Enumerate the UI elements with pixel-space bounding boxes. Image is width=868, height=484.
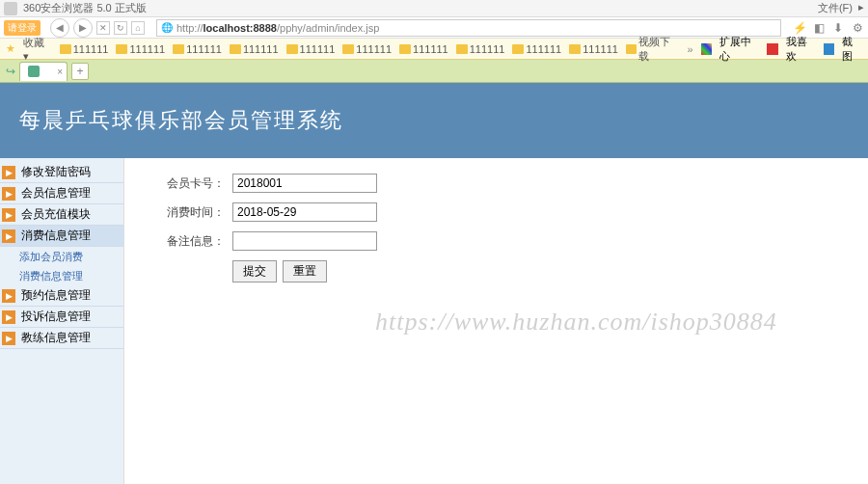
url-bar[interactable]: 🌐 http://localhost:8888/pphy/admin/index… [156, 19, 781, 37]
folder-icon [230, 44, 241, 54]
url-text: http://localhost:8888/pphy/admin/index.j… [176, 22, 379, 34]
tab-icon [28, 66, 40, 77]
wo-xihuan[interactable]: 我喜欢 [786, 35, 816, 64]
back-button[interactable]: ◀ [50, 18, 69, 38]
reset-button[interactable]: 重置 [283, 260, 327, 282]
folder-icon [342, 44, 354, 54]
sidebar-item-recharge[interactable]: ▶会员充值模块 [0, 204, 123, 226]
skin-icon[interactable]: ◧ [812, 21, 826, 35]
bookmark-bar: ★ 收藏 ▾ 111111 111111 111111 111111 11111… [0, 39, 868, 60]
browser-title: 360安全浏览器 5.0 正式版 [23, 1, 818, 15]
avatar-icon [4, 2, 17, 15]
sidebar-item-coach[interactable]: ▶教练信息管理 [0, 328, 123, 349]
app-body: ▶修改登陆密码 ▶会员信息管理 ▶会员充值模块 ▶消费信息管理 添加会员消费 消… [0, 158, 868, 484]
screenshot-label[interactable]: 截图 [842, 35, 862, 64]
sidebar-item-member-info[interactable]: ▶会员信息管理 [0, 183, 123, 204]
folder-icon [512, 44, 524, 54]
settings-icon[interactable]: ⚙ [851, 21, 864, 35]
ext-center-icon [701, 43, 712, 55]
bookmark-folder[interactable]: 111111 [342, 43, 392, 55]
folder-icon [173, 44, 184, 54]
chevron-right-icon[interactable]: » [687, 43, 692, 55]
time-input[interactable] [232, 202, 377, 222]
star-icon[interactable]: ★ [6, 42, 15, 55]
heart-icon [767, 43, 777, 55]
sidebar-item-consume[interactable]: ▶消费信息管理 [0, 226, 123, 247]
main-content: 会员卡号： 消费时间： 备注信息： 提交 重置 https://www.huzh… [123, 158, 868, 484]
browser-title-bar: 360安全浏览器 5.0 正式版 文件(F) ▸ [0, 0, 868, 17]
note-input[interactable] [232, 231, 377, 251]
folder-icon [286, 44, 298, 54]
bookmark-folder[interactable]: 111111 [456, 43, 505, 55]
arrow-icon: ▶ [2, 332, 15, 345]
bookmark-folder[interactable]: 111111 [60, 43, 109, 55]
form-row-time: 消费时间： [148, 202, 845, 222]
flow-icon[interactable]: ↪ [6, 65, 15, 78]
close-icon[interactable]: × [57, 67, 63, 77]
app-title: 每晨乒乓球俱乐部会员管理系统 [19, 106, 343, 135]
favorites-label[interactable]: 收藏 ▾ [23, 36, 52, 63]
time-label: 消费时间： [148, 204, 225, 221]
sidebar-sub-add-consume[interactable]: 添加会员消费 [0, 247, 123, 266]
sidebar-item-booking[interactable]: ▶预约信息管理 [0, 285, 123, 307]
nav-buttons: ◀ ▶ ✕ ↻ ⌂ [50, 18, 145, 38]
card-label: 会员卡号： [148, 175, 225, 192]
stop-button[interactable]: ✕ [96, 21, 110, 35]
arrow-icon: ▶ [2, 310, 15, 324]
flash-icon[interactable]: ⚡ [793, 21, 806, 35]
arrow-icon: ▶ [2, 187, 15, 201]
forward-button[interactable]: ▶ [73, 18, 93, 38]
bookmark-folder[interactable]: 111111 [512, 43, 561, 55]
reload-button[interactable]: ↻ [114, 21, 127, 35]
active-tab[interactable]: × [19, 62, 68, 81]
home-button[interactable]: ⌂ [131, 21, 145, 35]
folder-icon [116, 44, 127, 54]
app-banner: 每晨乒乓球俱乐部会员管理系统 [0, 83, 868, 158]
sidebar-item-password[interactable]: ▶修改登陆密码 [0, 162, 123, 183]
login-badge[interactable]: 请登录 [4, 20, 41, 36]
toolbar-icons: ⚡ ◧ ⬇ ⚙ [793, 21, 864, 35]
arrow-icon: ▶ [2, 208, 15, 222]
bookmark-right-tools: 扩展中心 我喜欢 截图 [701, 35, 862, 64]
new-tab-button[interactable]: + [71, 63, 89, 80]
folder-icon [626, 44, 637, 54]
bookmark-folder[interactable]: 视频下载 [626, 35, 680, 64]
card-input[interactable] [232, 174, 377, 193]
arrow-icon: ▶ [2, 289, 15, 303]
sidebar-item-complaint[interactable]: ▶投诉信息管理 [0, 307, 123, 328]
folder-icon [60, 44, 71, 54]
menu-file[interactable]: 文件(F) [818, 1, 853, 15]
arrow-icon: ▶ [2, 166, 15, 179]
note-label: 备注信息： [148, 233, 225, 250]
arrow-icon: ▶ [2, 229, 15, 243]
menu-more-icon[interactable]: ▸ [858, 1, 864, 15]
tab-bar: ↪ × + [0, 60, 868, 83]
button-row: 提交 重置 [232, 260, 845, 282]
watermark-text: https://www.huzhan.com/ishop30884 [375, 308, 777, 336]
screenshot-icon [824, 43, 834, 55]
download-icon[interactable]: ⬇ [831, 21, 845, 35]
bookmark-folder[interactable]: 111111 [286, 43, 336, 55]
bookmark-folder[interactable]: 111111 [569, 43, 618, 55]
sidebar-sub-consume-manage[interactable]: 消费信息管理 [0, 266, 123, 285]
bookmark-folder[interactable]: 111111 [399, 43, 448, 55]
bookmark-folder[interactable]: 111111 [173, 43, 222, 55]
folder-icon [399, 44, 411, 54]
submit-button[interactable]: 提交 [232, 260, 277, 282]
bookmark-folder[interactable]: 111111 [230, 43, 279, 55]
sidebar: ▶修改登陆密码 ▶会员信息管理 ▶会员充值模块 ▶消费信息管理 添加会员消费 消… [0, 158, 123, 484]
folder-icon [456, 44, 468, 54]
ext-center[interactable]: 扩展中心 [719, 35, 760, 64]
folder-icon [569, 44, 581, 54]
bookmark-folder[interactable]: 111111 [116, 43, 165, 55]
form-row-card: 会员卡号： [148, 174, 845, 193]
form-row-note: 备注信息： [148, 231, 845, 251]
globe-icon: 🌐 [161, 22, 173, 33]
